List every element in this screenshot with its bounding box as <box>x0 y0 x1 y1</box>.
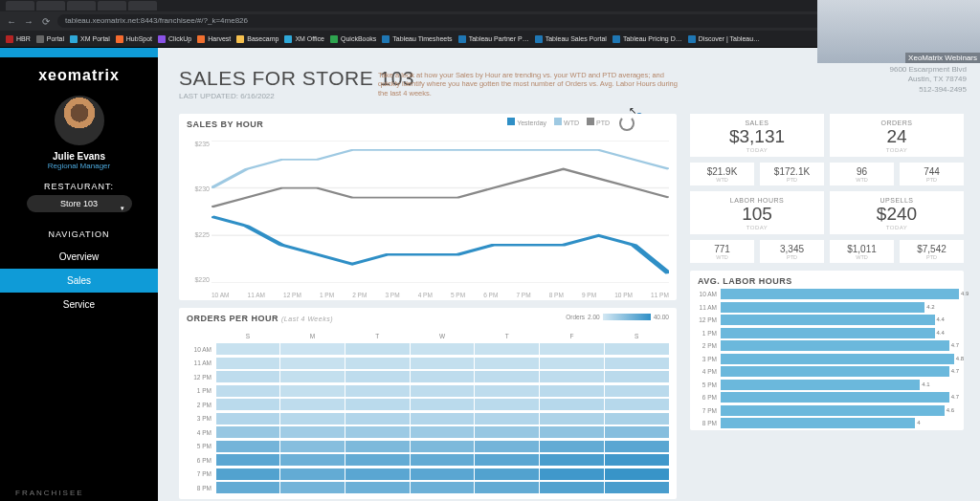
bookmark[interactable]: Discover | Tableau… <box>688 35 760 43</box>
heatmap-cell[interactable] <box>475 399 539 410</box>
reload-icon[interactable]: ⟳ <box>40 15 52 27</box>
kpi-small[interactable]: $172.1KPTD <box>760 163 824 185</box>
heatmap-cell[interactable] <box>411 371 475 382</box>
heatmap-cell[interactable] <box>345 426 410 438</box>
heatmap-cell[interactable] <box>605 441 669 452</box>
kpi-small[interactable]: 771WTD <box>690 240 754 263</box>
bookmark[interactable]: Tableau Pricing D… <box>612 35 682 43</box>
heatmap-cell[interactable] <box>216 413 280 425</box>
bookmark[interactable]: QuickBooks <box>330 35 376 43</box>
heatmap-cell[interactable] <box>475 371 539 382</box>
heatmap-cell[interactable] <box>475 413 539 425</box>
avg-labor-row[interactable]: 6 PM4.7 <box>690 391 964 404</box>
heatmap-cell[interactable] <box>605 343 669 355</box>
heatmap-cell[interactable] <box>540 413 604 425</box>
heatmap-cell[interactable] <box>280 358 345 369</box>
heatmap-cell[interactable] <box>411 385 475 397</box>
heatmap-cell[interactable] <box>280 468 345 480</box>
heatmap-cell[interactable] <box>411 441 475 452</box>
heatmap-cell[interactable] <box>540 399 604 410</box>
avg-labor-row[interactable]: 10 AM4.9 <box>690 288 964 301</box>
nav-item-sales[interactable]: Sales <box>0 269 158 293</box>
kpi-small[interactable]: $21.9KWTD <box>690 163 754 185</box>
heatmap-cell[interactable] <box>216 358 280 369</box>
heatmap-cell[interactable] <box>345 454 410 466</box>
heatmap-cell[interactable] <box>605 426 669 438</box>
heatmap-cell[interactable] <box>605 482 669 493</box>
heatmap-cell[interactable] <box>475 426 539 438</box>
heatmap-grid[interactable]: 10 AM11 AM12 PM1 PM2 PM3 PM4 PM5 PM6 PM7… <box>187 342 669 499</box>
heatmap-cell[interactable] <box>280 371 345 382</box>
bookmark[interactable]: Harvest <box>197 35 231 43</box>
heatmap-cell[interactable] <box>475 441 539 452</box>
avg-labor-row[interactable]: 4 PM4.7 <box>690 365 964 379</box>
heatmap-cell[interactable] <box>605 371 669 382</box>
kpi-small[interactable]: $1,011WTD <box>830 240 894 263</box>
heatmap-cell[interactable] <box>475 343 539 355</box>
heatmap-cell[interactable] <box>280 385 345 397</box>
heatmap-cell[interactable] <box>280 343 345 355</box>
bookmark[interactable]: ClickUp <box>158 35 191 43</box>
heatmap-cell[interactable] <box>216 482 280 493</box>
store-select[interactable]: Store 103 ▾ <box>27 195 132 212</box>
avg-labor-row[interactable]: 11 AM4.2 <box>690 301 964 315</box>
heatmap-cell[interactable] <box>345 441 410 452</box>
heatmap-cell[interactable] <box>605 413 669 425</box>
kpi-small[interactable]: 96WTD <box>830 163 894 185</box>
heatmap-cell[interactable] <box>411 426 475 438</box>
heatmap-cell[interactable] <box>345 385 410 397</box>
avg-labor-row[interactable]: 3 PM4.8 <box>690 353 964 366</box>
kpi-small[interactable]: 744PTD <box>900 163 964 185</box>
heatmap-cell[interactable] <box>605 454 669 466</box>
kpi-small[interactable]: 3,345PTD <box>760 240 824 263</box>
bookmark[interactable]: Portal <box>36 35 64 43</box>
kpi-labor-hours[interactable]: LABOR HOURS105TODAY <box>690 191 824 234</box>
heatmap-cell[interactable] <box>280 399 345 410</box>
heatmap-cell[interactable] <box>411 413 475 425</box>
heatmap-cell[interactable] <box>605 468 669 480</box>
heatmap-cell[interactable] <box>280 482 345 493</box>
heatmap-cell[interactable] <box>216 343 280 355</box>
avatar[interactable] <box>55 96 104 145</box>
heatmap-cell[interactable] <box>345 468 410 480</box>
back-icon[interactable]: ← <box>6 15 17 27</box>
heatmap-cell[interactable] <box>475 454 539 466</box>
avg-labor-row[interactable]: 5 PM4.1 <box>690 379 964 392</box>
heatmap-cell[interactable] <box>216 468 280 480</box>
heatmap-cell[interactable] <box>605 358 669 369</box>
heatmap-cell[interactable] <box>280 426 345 438</box>
heatmap-cell[interactable] <box>475 385 539 397</box>
heatmap-cell[interactable] <box>540 385 604 397</box>
heatmap-cell[interactable] <box>216 399 280 410</box>
heatmap-cell[interactable] <box>345 482 410 493</box>
bookmark[interactable]: Tableau Timesheets <box>382 35 452 43</box>
heatmap-cell[interactable] <box>540 468 604 480</box>
heatmap-cell[interactable] <box>216 371 280 382</box>
heatmap-cell[interactable] <box>540 371 604 382</box>
heatmap-cell[interactable] <box>605 385 669 397</box>
bookmark[interactable]: HubSpot <box>116 35 152 43</box>
heatmap-cell[interactable] <box>216 454 280 466</box>
heatmap-cell[interactable] <box>411 343 475 355</box>
heatmap-cell[interactable] <box>411 468 475 480</box>
heatmap-cell[interactable] <box>475 468 539 480</box>
avg-labor-row[interactable]: 2 PM4.7 <box>690 339 964 353</box>
heatmap-cell[interactable] <box>216 385 280 397</box>
forward-icon[interactable]: → <box>23 15 34 27</box>
heatmap-cell[interactable] <box>345 371 410 382</box>
kpi-sales[interactable]: SALES$3,131TODAY <box>690 114 824 157</box>
heatmap-cell[interactable] <box>216 426 280 438</box>
heatmap-cell[interactable] <box>345 358 410 369</box>
avg-labor-row[interactable]: 1 PM4.4 <box>690 327 964 340</box>
heatmap-cell[interactable] <box>540 343 604 355</box>
heatmap-cell[interactable] <box>411 482 475 493</box>
heatmap-cell[interactable] <box>540 441 604 452</box>
kpi-small[interactable]: $7,542PTD <box>900 240 964 263</box>
line-chart[interactable] <box>212 141 669 283</box>
user-role[interactable]: Regional Manager <box>48 162 110 170</box>
heatmap-cell[interactable] <box>540 426 604 438</box>
heatmap-cell[interactable] <box>411 358 475 369</box>
heatmap-cell[interactable] <box>280 454 345 466</box>
kpi-upsells[interactable]: UPSELLS$240TODAY <box>830 191 964 234</box>
avg-labor-row[interactable]: 12 PM4.4 <box>690 314 964 327</box>
